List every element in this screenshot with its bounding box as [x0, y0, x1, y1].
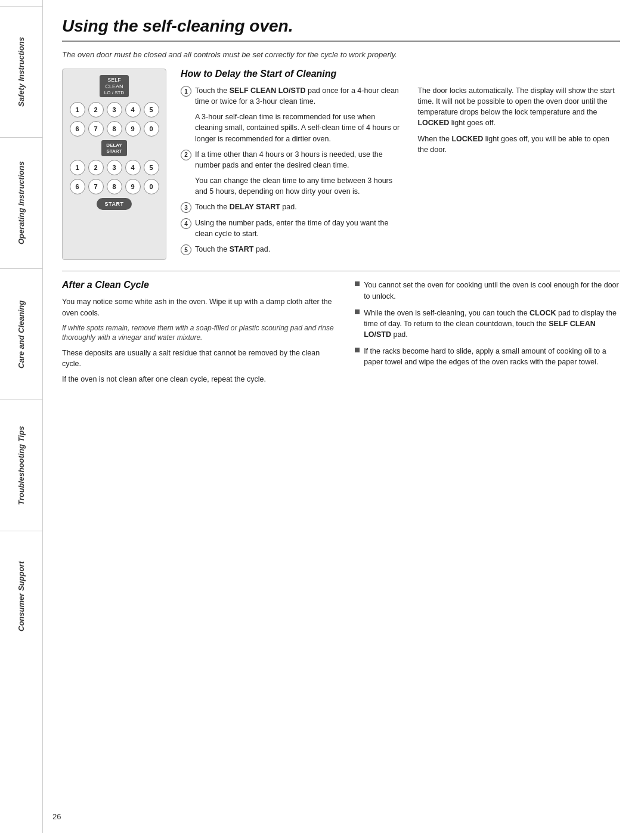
step-5: 5 Touch the START pad. — [181, 244, 403, 255]
key-1b: 1 — [70, 160, 85, 175]
key-9a: 9 — [125, 121, 141, 137]
delay-right-para1: The door locks automatically. The displa… — [417, 85, 620, 129]
intro-text: The oven door must be closed and all con… — [62, 50, 620, 59]
step1-para: A 3-hour self-clean time is recommended … — [195, 112, 403, 144]
after-section: After a Clean Cycle You may notice some … — [62, 280, 620, 389]
key-9b: 9 — [125, 179, 141, 194]
bullet-3: If the racks become hard to slide, apply… — [355, 346, 620, 367]
step-text-2: If a time other than 4 hours or 3 hours … — [195, 149, 403, 171]
bullet-text-2: While the oven is self-cleaning, you can… — [364, 308, 620, 340]
keypad-row-3: 1 2 3 4 5 — [70, 160, 159, 175]
sidebar-item-troubleshooting: Troubleshooting Tips — [0, 400, 42, 531]
start-button: START — [97, 198, 132, 210]
delay-right: The door locks automatically. The displa… — [417, 85, 620, 260]
after-para2: These deposits are usually a salt residu… — [62, 348, 340, 369]
step-num-5: 5 — [181, 244, 191, 255]
key-3a: 3 — [107, 102, 122, 117]
key-2b: 2 — [88, 160, 104, 175]
key-0b: 0 — [144, 179, 159, 194]
key-8b: 8 — [107, 179, 122, 194]
sidebar-item-care: Care and Cleaning — [0, 268, 42, 400]
section-divider — [62, 271, 620, 271]
bullet-text-3: If the racks become hard to slide, apply… — [364, 346, 620, 367]
after-italic: If white spots remain, remove them with … — [62, 323, 340, 343]
step-num-3: 3 — [181, 202, 191, 213]
instructions-area: How to Delay the Start of Cleaning 1 Tou… — [181, 69, 620, 260]
key-5a: 5 — [144, 102, 159, 117]
bullet-2: While the oven is self-cleaning, you can… — [355, 308, 620, 340]
delay-section-heading: How to Delay the Start of Cleaning — [181, 69, 620, 79]
bullet-icon-1 — [355, 281, 360, 286]
step-text-4: Using the number pads, enter the time of… — [195, 218, 403, 239]
key-4a: 4 — [125, 102, 141, 117]
step-num-1: 1 — [181, 86, 191, 97]
key-1a: 1 — [70, 102, 85, 117]
step-text-1: Touch the SELF CLEAN LO/STD pad once for… — [195, 85, 403, 107]
key-6a: 6 — [70, 121, 85, 137]
delay-start-button: DELAY START — [101, 140, 126, 156]
key-0a: 0 — [144, 121, 159, 137]
delay-left: 1 Touch the SELF CLEAN LO/STD pad once f… — [181, 85, 403, 260]
delay-columns: 1 Touch the SELF CLEAN LO/STD pad once f… — [181, 85, 620, 260]
step-text-5: Touch the START pad. — [195, 244, 270, 255]
key-7a: 7 — [88, 121, 104, 137]
keypad-row-4: 6 7 8 9 0 — [70, 179, 159, 194]
delay-right-para2: When the LOCKED light goes off, you will… — [417, 134, 620, 155]
after-section-heading: After a Clean Cycle — [62, 280, 340, 290]
page-title: Using the self-cleaning oven. — [62, 17, 620, 42]
bullet-1: You cannot set the oven for cooking unti… — [355, 280, 620, 301]
sidebar-item-consumer: Consumer Support — [0, 531, 42, 662]
step-text-3: Touch the DELAY START pad. — [195, 202, 297, 212]
bullet-text-1: You cannot set the oven for cooking unti… — [364, 280, 620, 301]
key-3b: 3 — [107, 160, 122, 175]
sidebar-item-operating: Operating Instructions — [0, 137, 42, 268]
step-3: 3 Touch the DELAY START pad. — [181, 202, 403, 213]
step-4: 4 Using the number pads, enter the time … — [181, 218, 403, 239]
key-5b: 5 — [144, 160, 159, 175]
step-1: 1 Touch the SELF CLEAN LO/STD pad once f… — [181, 85, 403, 107]
key-7b: 7 — [88, 179, 104, 194]
after-para3: If the oven is not clean after one clean… — [62, 374, 340, 385]
after-para1: You may notice some white ash in the ove… — [62, 296, 340, 318]
bullet-icon-3 — [355, 348, 360, 352]
keypad-row-2: 6 7 8 9 0 — [70, 121, 159, 137]
step-num-4: 4 — [181, 218, 191, 229]
bullet-icon-2 — [355, 309, 360, 314]
step2-para: You can change the clean time to any tim… — [195, 175, 403, 197]
key-2a: 2 — [88, 102, 104, 117]
key-8a: 8 — [107, 121, 122, 137]
keypad-row-1: 1 2 3 4 5 — [70, 102, 159, 117]
step-2: 2 If a time other than 4 hours or 3 hour… — [181, 149, 403, 171]
key-4b: 4 — [125, 160, 141, 175]
self-clean-label: SELF CLEAN LO / STD — [100, 75, 129, 97]
sidebar-item-safety: Safety Instructions — [0, 6, 42, 137]
step-num-2: 2 — [181, 150, 191, 160]
page-number: 26 — [52, 812, 61, 821]
after-left: After a Clean Cycle You may notice some … — [62, 280, 340, 389]
main-content: Using the self-cleaning oven. The oven d… — [43, 0, 644, 833]
sidebar: Safety Instructions Operating Instructio… — [0, 0, 43, 833]
key-6b: 6 — [70, 179, 85, 194]
keypad-diagram: SELF CLEAN LO / STD 1 2 3 4 5 6 7 8 9 0 — [62, 69, 166, 260]
top-section: SELF CLEAN LO / STD 1 2 3 4 5 6 7 8 9 0 — [62, 69, 620, 260]
after-right: You cannot set the oven for cooking unti… — [355, 280, 620, 389]
